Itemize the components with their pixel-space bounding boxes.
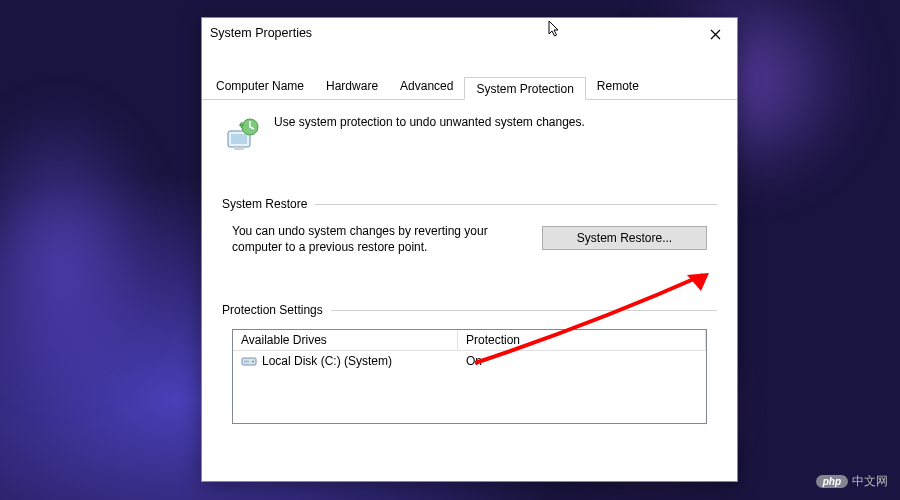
window-title: System Properties bbox=[210, 26, 729, 40]
system-properties-dialog: System Properties Computer Name Hardware… bbox=[201, 17, 738, 482]
svg-rect-6 bbox=[244, 361, 249, 363]
drive-icon bbox=[241, 355, 257, 367]
drive-label: Local Disk (C:) (System) bbox=[262, 354, 392, 368]
col-header-drives[interactable]: Available Drives bbox=[233, 330, 458, 351]
watermark-badge: php bbox=[816, 475, 848, 488]
watermark-text: 中文网 bbox=[852, 473, 888, 490]
col-header-protection[interactable]: Protection bbox=[458, 330, 706, 351]
system-restore-label: System Restore bbox=[222, 197, 307, 211]
watermark: php 中文网 bbox=[816, 473, 888, 490]
tab-computer-name[interactable]: Computer Name bbox=[205, 76, 315, 99]
system-protection-icon bbox=[222, 115, 262, 155]
system-restore-description: You can undo system changes by reverting… bbox=[232, 223, 524, 255]
divider bbox=[331, 310, 717, 311]
svg-rect-2 bbox=[234, 147, 244, 150]
table-header: Available Drives Protection bbox=[233, 330, 706, 351]
tab-remote[interactable]: Remote bbox=[586, 76, 650, 99]
table-row[interactable]: Local Disk (C:) (System) On bbox=[233, 351, 706, 371]
system-restore-button[interactable]: System Restore... bbox=[542, 226, 707, 250]
protection-settings-label: Protection Settings bbox=[222, 303, 323, 317]
tab-hardware[interactable]: Hardware bbox=[315, 76, 389, 99]
tab-advanced[interactable]: Advanced bbox=[389, 76, 464, 99]
tab-system-protection[interactable]: System Protection bbox=[464, 77, 585, 100]
svg-rect-1 bbox=[231, 134, 247, 144]
close-button[interactable] bbox=[703, 22, 727, 46]
protection-table: Available Drives Protection Local Disk bbox=[232, 329, 707, 424]
title-bar[interactable]: System Properties bbox=[202, 18, 737, 48]
intro-text: Use system protection to undo unwanted s… bbox=[274, 115, 585, 129]
system-restore-header: System Restore bbox=[222, 197, 717, 211]
tab-content: Use system protection to undo unwanted s… bbox=[202, 100, 737, 449]
tab-bar: Computer Name Hardware Advanced System P… bbox=[202, 76, 737, 100]
svg-point-5 bbox=[252, 361, 254, 363]
protection-settings-header: Protection Settings bbox=[222, 303, 717, 317]
divider bbox=[315, 204, 717, 205]
protection-status: On bbox=[458, 351, 706, 371]
